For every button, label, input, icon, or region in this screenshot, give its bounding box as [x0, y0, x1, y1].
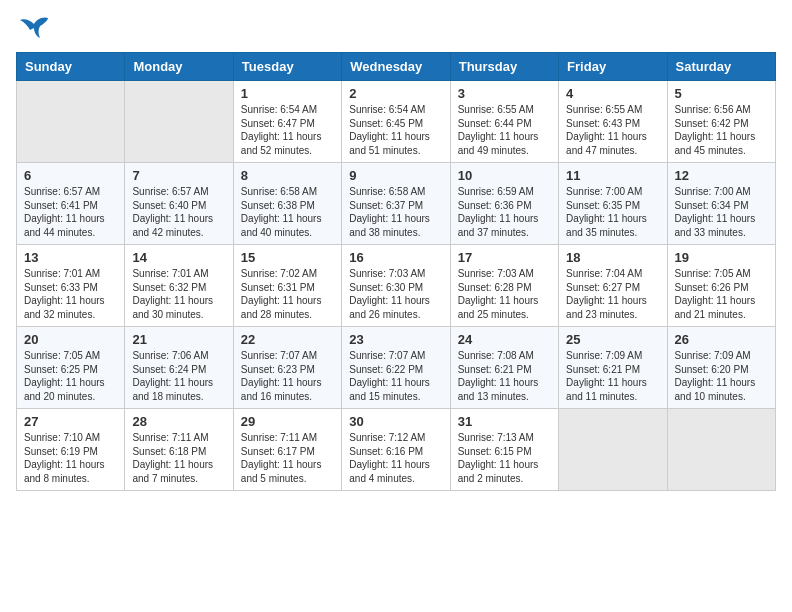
calendar-cell: 4Sunrise: 6:55 AMSunset: 6:43 PMDaylight… — [559, 81, 667, 163]
cell-content: Sunrise: 6:55 AMSunset: 6:44 PMDaylight:… — [458, 103, 551, 157]
weekday-header-friday: Friday — [559, 53, 667, 81]
day-number: 8 — [241, 168, 334, 183]
calendar-cell: 15Sunrise: 7:02 AMSunset: 6:31 PMDayligh… — [233, 245, 341, 327]
cell-content: Sunrise: 7:00 AMSunset: 6:35 PMDaylight:… — [566, 185, 659, 239]
logo — [16, 16, 50, 40]
cell-content: Sunrise: 6:57 AMSunset: 6:41 PMDaylight:… — [24, 185, 117, 239]
cell-content: Sunrise: 7:05 AMSunset: 6:26 PMDaylight:… — [675, 267, 768, 321]
day-number: 10 — [458, 168, 551, 183]
day-number: 11 — [566, 168, 659, 183]
cell-content: Sunrise: 7:06 AMSunset: 6:24 PMDaylight:… — [132, 349, 225, 403]
day-number: 24 — [458, 332, 551, 347]
day-number: 17 — [458, 250, 551, 265]
weekday-header-thursday: Thursday — [450, 53, 558, 81]
day-number: 7 — [132, 168, 225, 183]
cell-content: Sunrise: 7:07 AMSunset: 6:23 PMDaylight:… — [241, 349, 334, 403]
calendar-cell: 21Sunrise: 7:06 AMSunset: 6:24 PMDayligh… — [125, 327, 233, 409]
day-number: 21 — [132, 332, 225, 347]
calendar-cell: 12Sunrise: 7:00 AMSunset: 6:34 PMDayligh… — [667, 163, 775, 245]
calendar-cell: 31Sunrise: 7:13 AMSunset: 6:15 PMDayligh… — [450, 409, 558, 491]
day-number: 16 — [349, 250, 442, 265]
calendar-cell: 20Sunrise: 7:05 AMSunset: 6:25 PMDayligh… — [17, 327, 125, 409]
calendar-cell: 10Sunrise: 6:59 AMSunset: 6:36 PMDayligh… — [450, 163, 558, 245]
calendar-cell: 19Sunrise: 7:05 AMSunset: 6:26 PMDayligh… — [667, 245, 775, 327]
cell-content: Sunrise: 7:11 AMSunset: 6:18 PMDaylight:… — [132, 431, 225, 485]
calendar-table: SundayMondayTuesdayWednesdayThursdayFrid… — [16, 52, 776, 491]
calendar-cell: 6Sunrise: 6:57 AMSunset: 6:41 PMDaylight… — [17, 163, 125, 245]
calendar-week-row: 20Sunrise: 7:05 AMSunset: 6:25 PMDayligh… — [17, 327, 776, 409]
calendar-header-row: SundayMondayTuesdayWednesdayThursdayFrid… — [17, 53, 776, 81]
day-number: 5 — [675, 86, 768, 101]
calendar-cell: 26Sunrise: 7:09 AMSunset: 6:20 PMDayligh… — [667, 327, 775, 409]
day-number: 15 — [241, 250, 334, 265]
cell-content: Sunrise: 6:54 AMSunset: 6:45 PMDaylight:… — [349, 103, 442, 157]
cell-content: Sunrise: 7:10 AMSunset: 6:19 PMDaylight:… — [24, 431, 117, 485]
calendar-week-row: 1Sunrise: 6:54 AMSunset: 6:47 PMDaylight… — [17, 81, 776, 163]
day-number: 31 — [458, 414, 551, 429]
day-number: 27 — [24, 414, 117, 429]
calendar-cell: 17Sunrise: 7:03 AMSunset: 6:28 PMDayligh… — [450, 245, 558, 327]
calendar-cell: 9Sunrise: 6:58 AMSunset: 6:37 PMDaylight… — [342, 163, 450, 245]
calendar-cell — [667, 409, 775, 491]
cell-content: Sunrise: 6:55 AMSunset: 6:43 PMDaylight:… — [566, 103, 659, 157]
day-number: 1 — [241, 86, 334, 101]
cell-content: Sunrise: 7:04 AMSunset: 6:27 PMDaylight:… — [566, 267, 659, 321]
cell-content: Sunrise: 7:11 AMSunset: 6:17 PMDaylight:… — [241, 431, 334, 485]
cell-content: Sunrise: 7:05 AMSunset: 6:25 PMDaylight:… — [24, 349, 117, 403]
calendar-cell — [125, 81, 233, 163]
weekday-header-sunday: Sunday — [17, 53, 125, 81]
cell-content: Sunrise: 7:03 AMSunset: 6:28 PMDaylight:… — [458, 267, 551, 321]
calendar-cell: 22Sunrise: 7:07 AMSunset: 6:23 PMDayligh… — [233, 327, 341, 409]
calendar-cell: 30Sunrise: 7:12 AMSunset: 6:16 PMDayligh… — [342, 409, 450, 491]
cell-content: Sunrise: 6:58 AMSunset: 6:38 PMDaylight:… — [241, 185, 334, 239]
day-number: 19 — [675, 250, 768, 265]
weekday-header-monday: Monday — [125, 53, 233, 81]
calendar-cell — [559, 409, 667, 491]
weekday-header-wednesday: Wednesday — [342, 53, 450, 81]
calendar-cell: 25Sunrise: 7:09 AMSunset: 6:21 PMDayligh… — [559, 327, 667, 409]
day-number: 22 — [241, 332, 334, 347]
calendar-cell: 7Sunrise: 6:57 AMSunset: 6:40 PMDaylight… — [125, 163, 233, 245]
calendar-cell: 27Sunrise: 7:10 AMSunset: 6:19 PMDayligh… — [17, 409, 125, 491]
calendar-cell: 3Sunrise: 6:55 AMSunset: 6:44 PMDaylight… — [450, 81, 558, 163]
cell-content: Sunrise: 7:01 AMSunset: 6:32 PMDaylight:… — [132, 267, 225, 321]
day-number: 28 — [132, 414, 225, 429]
calendar-cell: 1Sunrise: 6:54 AMSunset: 6:47 PMDaylight… — [233, 81, 341, 163]
day-number: 29 — [241, 414, 334, 429]
day-number: 12 — [675, 168, 768, 183]
calendar-cell: 5Sunrise: 6:56 AMSunset: 6:42 PMDaylight… — [667, 81, 775, 163]
day-number: 6 — [24, 168, 117, 183]
calendar-cell: 24Sunrise: 7:08 AMSunset: 6:21 PMDayligh… — [450, 327, 558, 409]
cell-content: Sunrise: 6:58 AMSunset: 6:37 PMDaylight:… — [349, 185, 442, 239]
day-number: 30 — [349, 414, 442, 429]
calendar-cell — [17, 81, 125, 163]
calendar-cell: 2Sunrise: 6:54 AMSunset: 6:45 PMDaylight… — [342, 81, 450, 163]
calendar-week-row: 13Sunrise: 7:01 AMSunset: 6:33 PMDayligh… — [17, 245, 776, 327]
calendar-cell: 13Sunrise: 7:01 AMSunset: 6:33 PMDayligh… — [17, 245, 125, 327]
cell-content: Sunrise: 7:01 AMSunset: 6:33 PMDaylight:… — [24, 267, 117, 321]
day-number: 2 — [349, 86, 442, 101]
day-number: 26 — [675, 332, 768, 347]
day-number: 3 — [458, 86, 551, 101]
weekday-header-saturday: Saturday — [667, 53, 775, 81]
day-number: 13 — [24, 250, 117, 265]
calendar-cell: 29Sunrise: 7:11 AMSunset: 6:17 PMDayligh… — [233, 409, 341, 491]
cell-content: Sunrise: 7:13 AMSunset: 6:15 PMDaylight:… — [458, 431, 551, 485]
cell-content: Sunrise: 7:02 AMSunset: 6:31 PMDaylight:… — [241, 267, 334, 321]
cell-content: Sunrise: 7:00 AMSunset: 6:34 PMDaylight:… — [675, 185, 768, 239]
cell-content: Sunrise: 7:12 AMSunset: 6:16 PMDaylight:… — [349, 431, 442, 485]
cell-content: Sunrise: 7:03 AMSunset: 6:30 PMDaylight:… — [349, 267, 442, 321]
day-number: 23 — [349, 332, 442, 347]
cell-content: Sunrise: 6:56 AMSunset: 6:42 PMDaylight:… — [675, 103, 768, 157]
logo-bird-icon — [20, 16, 50, 40]
calendar-cell: 14Sunrise: 7:01 AMSunset: 6:32 PMDayligh… — [125, 245, 233, 327]
calendar-cell: 8Sunrise: 6:58 AMSunset: 6:38 PMDaylight… — [233, 163, 341, 245]
weekday-header-tuesday: Tuesday — [233, 53, 341, 81]
cell-content: Sunrise: 7:07 AMSunset: 6:22 PMDaylight:… — [349, 349, 442, 403]
calendar-cell: 23Sunrise: 7:07 AMSunset: 6:22 PMDayligh… — [342, 327, 450, 409]
day-number: 18 — [566, 250, 659, 265]
calendar-cell: 11Sunrise: 7:00 AMSunset: 6:35 PMDayligh… — [559, 163, 667, 245]
cell-content: Sunrise: 7:09 AMSunset: 6:21 PMDaylight:… — [566, 349, 659, 403]
day-number: 20 — [24, 332, 117, 347]
day-number: 9 — [349, 168, 442, 183]
